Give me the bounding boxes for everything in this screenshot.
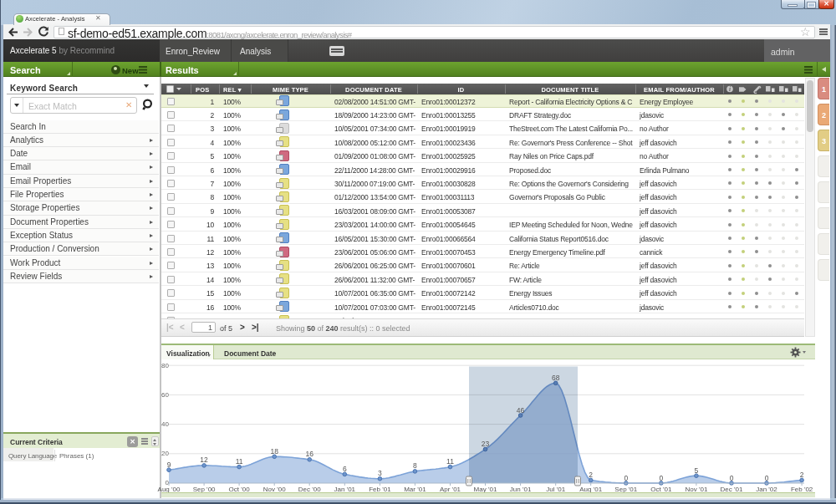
svg-text:3: 3	[378, 469, 382, 477]
svg-text:0: 0	[624, 474, 628, 482]
svg-text:60: 60	[161, 391, 169, 399]
svg-text:8: 8	[413, 461, 417, 470]
svg-text:0: 0	[659, 474, 663, 482]
svg-text:2: 2	[589, 471, 593, 479]
svg-text:11: 11	[446, 457, 454, 466]
svg-text:68: 68	[552, 374, 560, 382]
svg-text:23: 23	[482, 440, 490, 448]
svg-text:0: 0	[730, 474, 734, 482]
svg-text:6: 6	[343, 465, 347, 473]
svg-text:5: 5	[695, 466, 699, 475]
svg-text:9: 9	[167, 461, 171, 469]
svg-text:40: 40	[161, 420, 169, 428]
svg-text:80: 80	[161, 362, 169, 369]
svg-text:11: 11	[236, 457, 243, 466]
svg-text:20: 20	[161, 450, 169, 457]
svg-text:18: 18	[270, 447, 278, 456]
svg-text:2: 2	[800, 471, 804, 479]
svg-text:16: 16	[305, 450, 314, 458]
svg-text:46: 46	[517, 406, 525, 415]
svg-text:0: 0	[765, 474, 769, 482]
svg-text:12: 12	[200, 456, 208, 464]
